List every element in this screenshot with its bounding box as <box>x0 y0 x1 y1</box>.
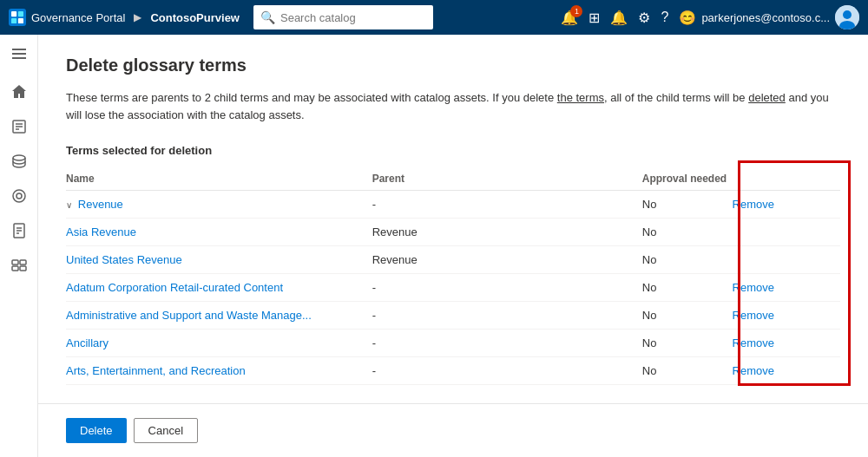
bell-icon[interactable]: 🔔 <box>610 10 628 26</box>
remove-button[interactable]: Remove <box>733 198 774 211</box>
sidebar-item-insights[interactable] <box>3 180 35 212</box>
table-row: Administrative and Support and Waste Man… <box>66 302 840 330</box>
term-name-link[interactable]: Revenue <box>78 198 123 211</box>
col-header-parent: Parent <box>372 167 642 191</box>
feedback-icon[interactable]: 😊 <box>679 10 696 26</box>
svg-rect-1 <box>18 11 23 16</box>
term-approval: No <box>642 191 733 219</box>
user-profile[interactable]: parkerjones@contoso.c... <box>701 5 859 29</box>
svg-rect-24 <box>20 266 26 271</box>
chevron-icon[interactable]: ∨ <box>66 200 75 210</box>
table-row: Asia RevenueRevenueNo <box>66 219 840 246</box>
term-name-link[interactable]: Arts, Entertainment, and Recreation <box>66 364 246 377</box>
svg-rect-22 <box>20 260 26 264</box>
sidebar-item-policy[interactable] <box>3 215 35 246</box>
avatar <box>835 5 859 29</box>
term-parent: - <box>372 191 642 219</box>
search-input[interactable] <box>280 11 426 24</box>
remove-button[interactable]: Remove <box>733 336 774 349</box>
topbar: Governance Portal ▶ ContosoPurview 🔍 🔔 1… <box>0 0 868 35</box>
purview-label: ContosoPurview <box>150 11 240 24</box>
term-name-link[interactable]: Asia Revenue <box>66 225 136 238</box>
term-approval: No <box>642 274 733 302</box>
svg-rect-23 <box>12 266 18 271</box>
sidebar-item-more[interactable] <box>3 250 35 281</box>
term-parent: Revenue <box>372 246 642 274</box>
footer: Delete Cancel <box>38 403 868 457</box>
delete-button[interactable]: Delete <box>66 418 127 443</box>
term-approval: No <box>642 219 733 246</box>
notification-icon[interactable]: 🔔 1 <box>561 10 578 26</box>
table-row: Adatum Corporation Retail-curated Conten… <box>66 274 840 302</box>
svg-rect-0 <box>11 11 16 16</box>
svg-point-16 <box>16 193 22 199</box>
notification-badge: 1 <box>570 5 582 17</box>
term-name-link[interactable]: Adatum Corporation Retail-curated Conten… <box>66 281 283 294</box>
sidebar-expand-button[interactable] <box>5 42 33 66</box>
search-bar[interactable]: 🔍 <box>253 5 433 29</box>
term-approval: No <box>642 357 733 385</box>
section-title: Terms selected for deletion <box>66 144 840 157</box>
brand-chevron: ▶ <box>134 11 141 23</box>
sidebar <box>0 35 38 457</box>
description: These terms are parents to 2 child terms… <box>66 89 840 123</box>
term-approval: No <box>642 246 733 274</box>
svg-rect-3 <box>18 18 23 23</box>
term-name-link[interactable]: United States Revenue <box>66 253 182 266</box>
svg-rect-21 <box>12 260 18 264</box>
remove-button[interactable]: Remove <box>733 281 774 294</box>
table-row: Arts, Entertainment, and Recreation-NoRe… <box>66 357 840 385</box>
svg-point-15 <box>13 190 25 202</box>
col-header-approval: Approval needed <box>642 167 733 191</box>
term-parent: - <box>372 330 642 357</box>
table-row: Ancillary-NoRemove <box>66 330 840 357</box>
cancel-button[interactable]: Cancel <box>134 418 198 443</box>
sidebar-item-glossary[interactable] <box>3 111 35 142</box>
table-row: United States RevenueRevenueNo <box>66 246 840 274</box>
main-content: Delete glossary terms These terms are pa… <box>38 35 868 457</box>
svg-rect-8 <box>12 53 26 55</box>
sidebar-item-home[interactable] <box>3 76 35 108</box>
search-icon: 🔍 <box>260 10 275 24</box>
svg-rect-7 <box>12 49 26 50</box>
term-parent: - <box>372 357 642 385</box>
brand-icon <box>9 9 26 26</box>
apps-icon[interactable]: ⊞ <box>589 10 600 26</box>
term-name-link[interactable]: Administrative and Support and Waste Man… <box>66 309 312 322</box>
col-header-name: Name <box>66 167 372 191</box>
svg-rect-9 <box>12 57 26 59</box>
remove-button[interactable]: Remove <box>733 309 774 322</box>
col-header-action <box>733 167 840 191</box>
help-icon[interactable]: ? <box>661 10 668 25</box>
sidebar-item-data[interactable] <box>3 146 35 177</box>
term-parent: - <box>372 274 642 302</box>
table-row: ∨ Revenue-NoRemove <box>66 191 840 219</box>
topbar-icons: 🔔 1 ⊞ 🔔 ⚙ ? 😊 <box>561 10 696 26</box>
page-title: Delete glossary terms <box>66 55 840 75</box>
svg-point-14 <box>13 155 25 160</box>
terms-table: Name Parent Approval needed ∨ Revenue-No… <box>66 167 840 385</box>
layout: Delete glossary terms These terms are pa… <box>0 35 868 457</box>
term-parent: Revenue <box>372 219 642 246</box>
term-parent: - <box>372 302 642 330</box>
user-email: parkerjones@contoso.c... <box>701 11 830 24</box>
remove-button[interactable]: Remove <box>733 364 774 377</box>
brand-label: Governance Portal ▶ ContosoPurview <box>31 11 240 24</box>
terms-table-wrapper: Name Parent Approval needed ∨ Revenue-No… <box>66 167 840 385</box>
svg-rect-2 <box>11 18 16 23</box>
term-approval: No <box>642 330 733 357</box>
term-approval: No <box>642 302 733 330</box>
term-name-link[interactable]: Ancillary <box>66 336 108 349</box>
svg-point-5 <box>843 10 852 19</box>
settings-icon[interactable]: ⚙ <box>638 10 650 26</box>
